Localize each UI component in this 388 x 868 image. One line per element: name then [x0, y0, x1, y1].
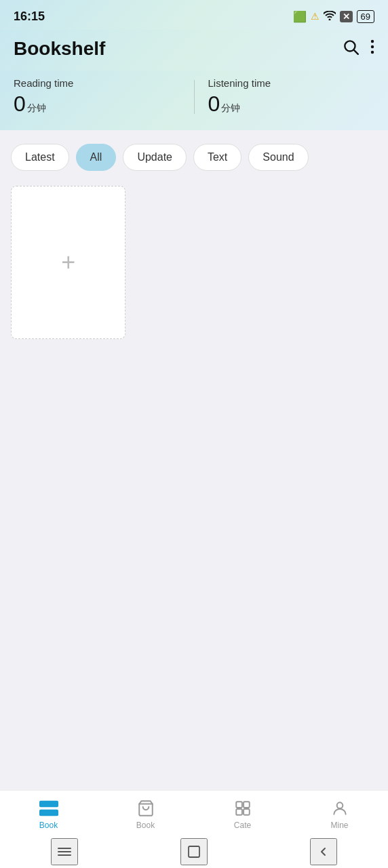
tab-all[interactable]: All [76, 144, 117, 171]
stats-divider [194, 80, 195, 114]
svg-point-3 [371, 45, 374, 48]
wifi-icon [324, 11, 336, 22]
svg-rect-5 [39, 801, 58, 807]
add-book-button[interactable]: + [11, 186, 125, 339]
svg-point-2 [371, 40, 374, 43]
system-menu-button[interactable] [51, 838, 78, 865]
main-content: Latest All Update Text Sound + [0, 130, 388, 741]
listening-time-stat: Listening time 0分钟 [208, 77, 375, 117]
stats-section: Reading time 0分钟 Listening time 0分钟 [0, 71, 388, 130]
tab-sound[interactable]: Sound [248, 144, 308, 171]
status-icons: 🟩 ⚠ ✕ 69 [293, 10, 374, 23]
nav-cate[interactable]: Cate [222, 799, 263, 830]
nav-book[interactable]: Book [28, 799, 69, 830]
listening-time-label: Listening time [208, 77, 375, 89]
status-bar: 16:15 🟩 ⚠ ✕ 69 [0, 0, 388, 30]
header: Bookshelf [0, 30, 388, 71]
search-button[interactable] [342, 38, 360, 60]
svg-rect-16 [189, 846, 199, 857]
add-icon: + [61, 248, 75, 277]
store-icon [136, 799, 155, 818]
svg-point-4 [371, 51, 374, 54]
cate-icon [233, 799, 252, 818]
reading-time-label: Reading time [14, 77, 180, 89]
app-icon-green: 🟩 [293, 10, 307, 23]
tab-latest[interactable]: Latest [11, 144, 69, 171]
listening-time-value: 0分钟 [208, 92, 375, 117]
svg-rect-9 [244, 802, 250, 808]
nav-store[interactable]: Book [125, 799, 166, 830]
page-title: Bookshelf [14, 38, 105, 60]
nav-store-label: Book [136, 821, 155, 830]
nav-cate-label: Cate [234, 821, 251, 830]
nav-mine-label: Mine [330, 821, 348, 830]
svg-rect-11 [244, 809, 250, 815]
nav-mine[interactable]: Mine [319, 799, 360, 830]
svg-rect-10 [236, 809, 242, 815]
warning-icon: ⚠ [311, 11, 319, 22]
books-grid: + [11, 186, 377, 339]
bottom-nav: Book Book Cate [0, 790, 388, 835]
svg-point-12 [336, 802, 343, 808]
battery-icon: 69 [357, 10, 374, 23]
status-time: 16:15 [14, 9, 45, 24]
mine-icon [330, 799, 349, 818]
filter-tabs: Latest All Update Text Sound [11, 144, 377, 172]
system-home-button[interactable] [180, 838, 208, 865]
tab-text[interactable]: Text [193, 144, 241, 171]
reading-time-stat: Reading time 0分钟 [14, 77, 180, 117]
bookshelf-icon [39, 799, 58, 818]
more-menu-button[interactable] [370, 39, 374, 59]
svg-rect-6 [39, 810, 58, 816]
svg-rect-8 [236, 802, 242, 808]
nav-book-label: Book [39, 821, 58, 830]
system-nav-bar [0, 835, 388, 868]
x-icon: ✕ [340, 11, 353, 22]
system-back-button[interactable] [310, 838, 337, 865]
tab-update[interactable]: Update [123, 144, 187, 171]
reading-time-value: 0分钟 [14, 92, 180, 117]
svg-line-1 [354, 50, 358, 54]
header-actions [342, 38, 374, 60]
